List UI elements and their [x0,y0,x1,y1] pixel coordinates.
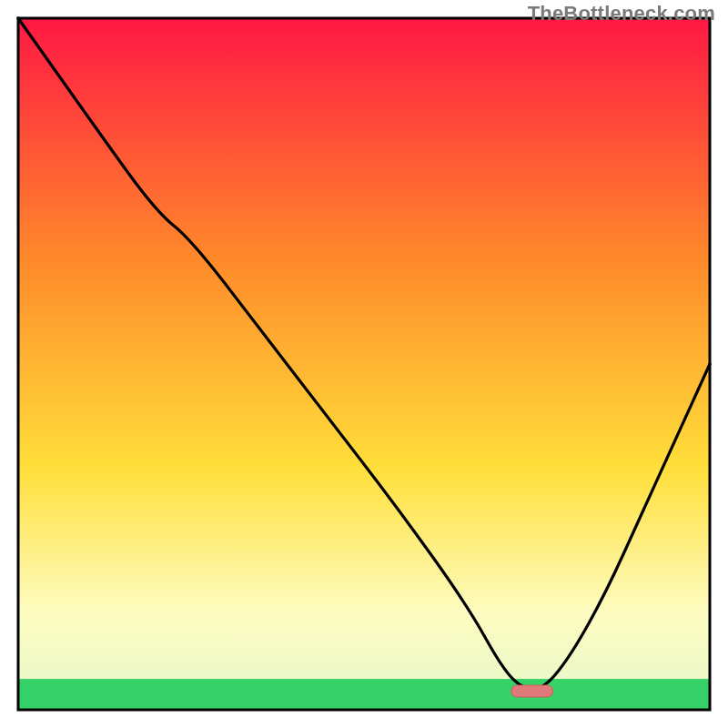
chart-canvas: TheBottleneck.com [0,0,728,728]
gradient-background [18,18,710,710]
watermark-text: TheBottleneck.com [528,2,715,25]
optimal-marker [511,685,553,697]
chart-svg [0,0,728,728]
